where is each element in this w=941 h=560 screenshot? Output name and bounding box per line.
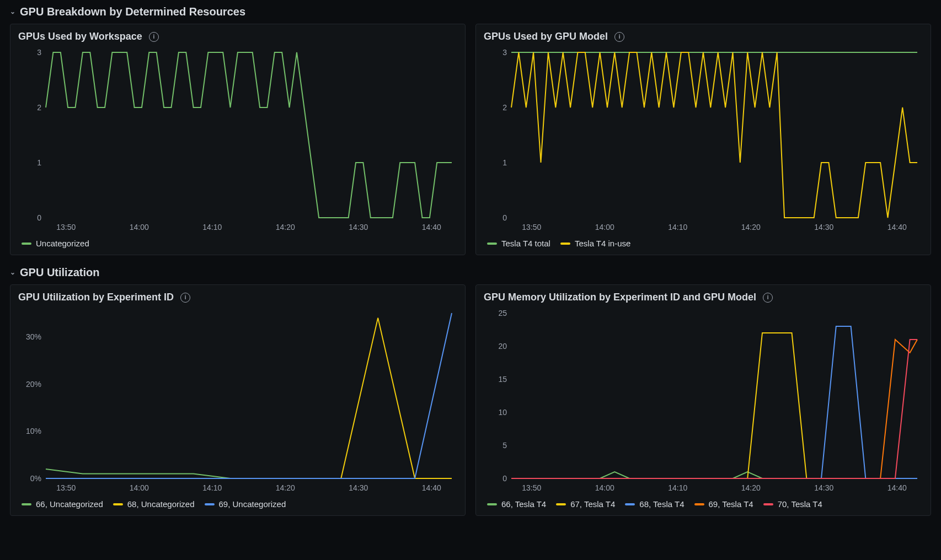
legend-label: 68, Uncategorized	[127, 499, 195, 509]
panel-title-text: GPUs Used by GPU Model	[484, 31, 608, 42]
svg-text:14:00: 14:00	[130, 483, 149, 492]
svg-text:25: 25	[498, 309, 507, 317]
chevron-down-icon: ⌄	[10, 8, 15, 15]
legend-item[interactable]: 70, Tesla T4	[763, 499, 822, 509]
svg-text:20%: 20%	[26, 380, 41, 389]
legend: Uncategorized	[18, 233, 457, 249]
legend-item[interactable]: 66, Uncategorized	[22, 499, 103, 509]
svg-text:2: 2	[502, 103, 507, 112]
svg-text:14:10: 14:10	[202, 483, 222, 492]
svg-text:10: 10	[498, 408, 507, 417]
chart-wrap: 0%10%20%30%13:5014:0014:1014:2014:3014:4…	[18, 308, 457, 510]
svg-text:0: 0	[502, 213, 507, 222]
legend-swatch	[487, 503, 497, 505]
svg-text:13:50: 13:50	[56, 223, 76, 231]
panel-gpus-by-workspace: GPUs Used by Workspace i 012313:5014:001…	[10, 24, 466, 255]
info-icon[interactable]: i	[180, 293, 190, 303]
panel-gpus-by-model: GPUs Used by GPU Model i 012313:5014:001…	[475, 24, 931, 255]
svg-text:13:50: 13:50	[522, 223, 541, 231]
panel-title-text: GPU Memory Utilization by Experiment ID …	[484, 292, 756, 303]
svg-text:14:10: 14:10	[202, 223, 222, 231]
info-icon[interactable]: i	[149, 32, 159, 42]
legend-item[interactable]: 68, Uncategorized	[113, 499, 195, 509]
legend-item[interactable]: 66, Tesla T4	[487, 499, 546, 509]
chart-area[interactable]: 0%10%20%30%13:5014:0014:1014:2014:3014:4…	[18, 308, 457, 494]
panel-title[interactable]: GPUs Used by GPU Model i	[484, 30, 923, 47]
svg-text:14:40: 14:40	[422, 483, 441, 492]
legend-label: 67, Tesla T4	[570, 499, 615, 509]
svg-text:14:30: 14:30	[349, 223, 368, 231]
svg-text:14:30: 14:30	[814, 223, 833, 231]
section-title: GPU Breakdown by Determined Resources	[20, 6, 245, 18]
legend-label: 69, Tesla T4	[709, 499, 753, 509]
legend-item[interactable]: 69, Tesla T4	[694, 499, 753, 509]
svg-text:5: 5	[502, 441, 507, 450]
legend-item[interactable]: Tesla T4 in-use	[560, 239, 630, 248]
svg-text:0%: 0%	[30, 474, 41, 483]
section-header-utilization[interactable]: ⌄ GPU Utilization	[10, 263, 931, 284]
legend-label: 66, Uncategorized	[36, 499, 103, 509]
legend-item[interactable]: 67, Tesla T4	[556, 499, 615, 509]
chart-area[interactable]: 051015202513:5014:0014:1014:2014:3014:40	[484, 308, 923, 494]
svg-text:14:30: 14:30	[814, 483, 833, 492]
legend-label: Tesla T4 total	[501, 239, 550, 248]
svg-text:14:30: 14:30	[349, 483, 368, 492]
svg-text:15: 15	[498, 375, 507, 384]
legend: 66, Tesla T467, Tesla T468, Tesla T469, …	[484, 494, 923, 510]
svg-text:14:40: 14:40	[887, 223, 907, 231]
legend-swatch	[763, 503, 773, 505]
svg-text:14:40: 14:40	[887, 483, 907, 492]
svg-text:0: 0	[502, 474, 507, 483]
chart-area[interactable]: 012313:5014:0014:1014:2014:3014:40	[484, 47, 923, 233]
chevron-down-icon: ⌄	[10, 268, 15, 276]
svg-text:3: 3	[37, 48, 41, 57]
chart-area[interactable]: 012313:5014:0014:1014:2014:3014:40	[18, 47, 457, 233]
legend-swatch	[556, 503, 566, 505]
chart-wrap: 012313:5014:0014:1014:2014:3014:40 Tesla…	[484, 47, 923, 249]
row-utilization: GPU Utilization by Experiment ID i 0%10%…	[10, 284, 931, 516]
svg-text:13:50: 13:50	[56, 483, 76, 492]
svg-text:14:10: 14:10	[668, 483, 687, 492]
legend-swatch	[22, 503, 31, 505]
svg-text:13:50: 13:50	[522, 483, 541, 492]
panel-title-text: GPUs Used by Workspace	[18, 31, 142, 42]
chart-wrap: 012313:5014:0014:1014:2014:3014:40 Uncat…	[18, 47, 457, 249]
info-icon[interactable]: i	[763, 293, 773, 303]
svg-text:20: 20	[498, 342, 507, 351]
legend-item[interactable]: 68, Tesla T4	[625, 499, 684, 509]
svg-text:14:00: 14:00	[595, 483, 614, 492]
legend-swatch	[560, 243, 570, 245]
legend-swatch	[113, 503, 123, 505]
svg-text:1: 1	[37, 158, 41, 167]
legend-swatch	[487, 243, 497, 245]
svg-text:14:00: 14:00	[130, 223, 149, 231]
legend-swatch	[694, 503, 704, 505]
legend-label: Uncategorized	[36, 239, 89, 248]
svg-text:14:20: 14:20	[741, 483, 761, 492]
legend-item[interactable]: 69, Uncategorized	[205, 499, 286, 509]
svg-text:3: 3	[502, 48, 507, 57]
legend-item[interactable]: Uncategorized	[22, 239, 89, 248]
svg-text:10%: 10%	[26, 427, 41, 435]
svg-text:14:40: 14:40	[422, 223, 441, 231]
svg-text:30%: 30%	[26, 332, 41, 341]
legend: 66, Uncategorized68, Uncategorized69, Un…	[18, 494, 457, 510]
legend: Tesla T4 totalTesla T4 in-use	[484, 233, 923, 249]
svg-text:14:20: 14:20	[276, 483, 295, 492]
svg-text:0: 0	[37, 213, 41, 222]
panel-title[interactable]: GPUs Used by Workspace i	[18, 30, 457, 47]
svg-text:1: 1	[502, 158, 507, 167]
panel-title[interactable]: GPU Memory Utilization by Experiment ID …	[484, 290, 923, 308]
legend-label: 66, Tesla T4	[501, 499, 546, 509]
legend-item[interactable]: Tesla T4 total	[487, 239, 550, 248]
panel-title[interactable]: GPU Utilization by Experiment ID i	[18, 290, 457, 308]
legend-label: 68, Tesla T4	[639, 499, 684, 509]
section-header-breakdown[interactable]: ⌄ GPU Breakdown by Determined Resources	[10, 2, 931, 24]
panel-title-text: GPU Utilization by Experiment ID	[18, 292, 174, 303]
row-breakdown: GPUs Used by Workspace i 012313:5014:001…	[10, 24, 931, 255]
info-icon[interactable]: i	[614, 32, 624, 42]
legend-label: 70, Tesla T4	[778, 499, 822, 509]
panel-gpu-util-exp: GPU Utilization by Experiment ID i 0%10%…	[10, 284, 466, 516]
section-title: GPU Utilization	[20, 266, 99, 279]
panel-gpu-mem-util: GPU Memory Utilization by Experiment ID …	[475, 284, 931, 516]
